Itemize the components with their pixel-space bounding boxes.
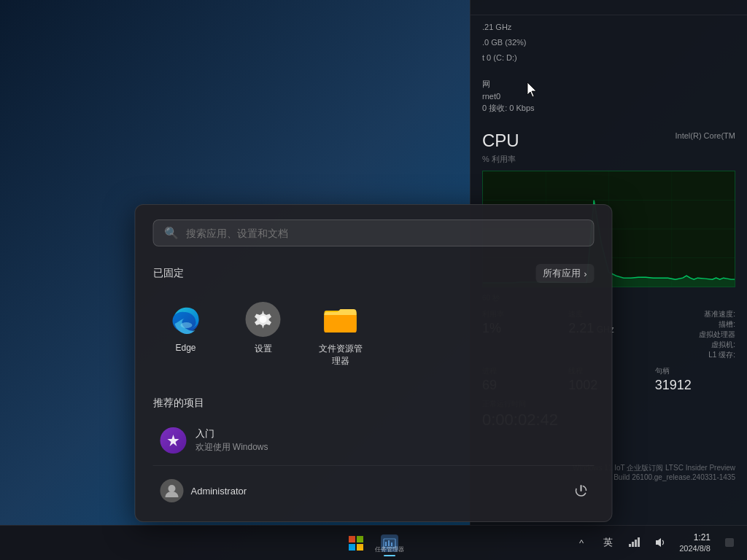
wifi-icon (628, 537, 640, 548)
user-avatar (160, 479, 184, 502)
power-button[interactable] (568, 478, 595, 504)
taskbar-center: 任务管理器 (341, 529, 406, 558)
tm-cpu-freq: .21 GHz (482, 23, 735, 31)
svg-rect-12 (325, 315, 357, 332)
tm-cpu-label: CPU (482, 131, 519, 151)
svg-rect-21 (629, 544, 631, 547)
edge-icon (169, 302, 204, 337)
taskbar-task-manager[interactable]: 任务管理器 (374, 529, 406, 558)
tm-network: 网 (482, 79, 735, 90)
svg-marker-13 (168, 435, 179, 446)
recommended-header: 推荐的项目 (153, 397, 595, 410)
all-apps-button[interactable]: 所有应用 › (535, 264, 594, 283)
sys-tray: ^ 英 (570, 531, 741, 556)
taskbar-app-active-indicator (384, 555, 395, 556)
svg-point-8 (181, 322, 193, 328)
folder-icon (323, 303, 358, 335)
clock[interactable]: 1:21 2024/8/8 (675, 531, 715, 556)
windows-logo (349, 536, 363, 551)
file-manager-icon-wrap (322, 300, 360, 338)
task-manager-label: 任务管理器 (375, 545, 404, 553)
language-indicator[interactable]: 英 (596, 531, 619, 554)
tm-network-adapter: rnet0 (482, 92, 735, 101)
tm-util-rate: % 利用率 (482, 154, 735, 165)
tm-partial-info: .21 GHz .0 GB (32%) t 0 (C: D:) 网 rnet0 … (471, 15, 747, 123)
recommended-section: 推荐的项目 入门 欢迎使用 Windows (153, 397, 595, 459)
taskbar: 任务管理器 ^ 英 (0, 525, 747, 560)
settings-icon (246, 302, 281, 337)
svg-marker-25 (656, 538, 661, 547)
power-icon (575, 484, 588, 497)
edge-label: Edge (175, 343, 196, 353)
clock-time: 1:21 (694, 532, 711, 544)
user-section[interactable]: Administrator (153, 475, 255, 507)
tm-disk: t 0 (C: D:) (482, 53, 735, 62)
app-item-settings[interactable]: 设置 (231, 295, 296, 373)
sound-icon[interactable] (649, 531, 672, 554)
edge-icon-wrap (167, 300, 205, 338)
user-icon (164, 483, 180, 499)
recommended-label: 推荐的项目 (153, 397, 204, 410)
pinned-label: 已固定 (153, 267, 184, 280)
notification-icon[interactable] (718, 531, 741, 554)
tm-right-info: 基准速度: 描槽: 虚拟处理器 虚拟机: L1 缓存: (655, 309, 735, 360)
speaker-icon (654, 537, 666, 548)
start-menu: 🔍 已固定 所有应用 › (135, 204, 613, 522)
star-icon (166, 433, 181, 448)
get-started-icon (160, 427, 187, 454)
rec-item-get-started[interactable]: 入门 欢迎使用 Windows (153, 421, 595, 459)
chevron-up-icon[interactable]: ^ (570, 531, 593, 554)
search-icon: 🔍 (164, 226, 179, 240)
gear-icon (253, 309, 274, 330)
settings-icon-wrap (244, 300, 282, 338)
app-grid: Edge 设置 (153, 295, 595, 373)
svg-rect-23 (635, 540, 637, 547)
taskbar-right: ^ 英 (570, 531, 747, 556)
desktop: .21 GHz .0 GB (32%) t 0 (C: D:) 网 rnet0 … (0, 0, 747, 560)
user-name: Administrator (191, 486, 247, 497)
svg-rect-22 (632, 542, 634, 547)
pinned-section-header: 已固定 所有应用 › (153, 264, 595, 283)
svg-point-14 (169, 485, 176, 492)
files-label: 文件资源管理器 (317, 343, 365, 368)
tm-network-speed: 0 接收: 0 Kbps (482, 103, 735, 114)
clock-date: 2024/8/8 (679, 543, 711, 553)
tm-cpu-brand: Intel(R) Core(TM (675, 131, 735, 141)
start-button[interactable] (341, 529, 371, 558)
svg-rect-26 (725, 538, 734, 547)
tm-memory: .0 GB (32%) (482, 38, 735, 47)
start-menu-bottom: Administrator (153, 465, 595, 507)
search-box[interactable]: 🔍 (153, 219, 595, 246)
get-started-text: 入门 欢迎使用 Windows (196, 427, 268, 454)
settings-label: 设置 (255, 343, 272, 355)
network-icon[interactable] (622, 531, 646, 554)
tm-handle-stat: 句柄 31912 (655, 366, 735, 393)
search-input[interactable] (186, 228, 584, 239)
app-item-files[interactable]: 文件资源管理器 (308, 295, 374, 373)
svg-rect-24 (638, 537, 640, 547)
bell-icon (724, 537, 735, 548)
app-item-edge[interactable]: Edge (153, 295, 219, 373)
